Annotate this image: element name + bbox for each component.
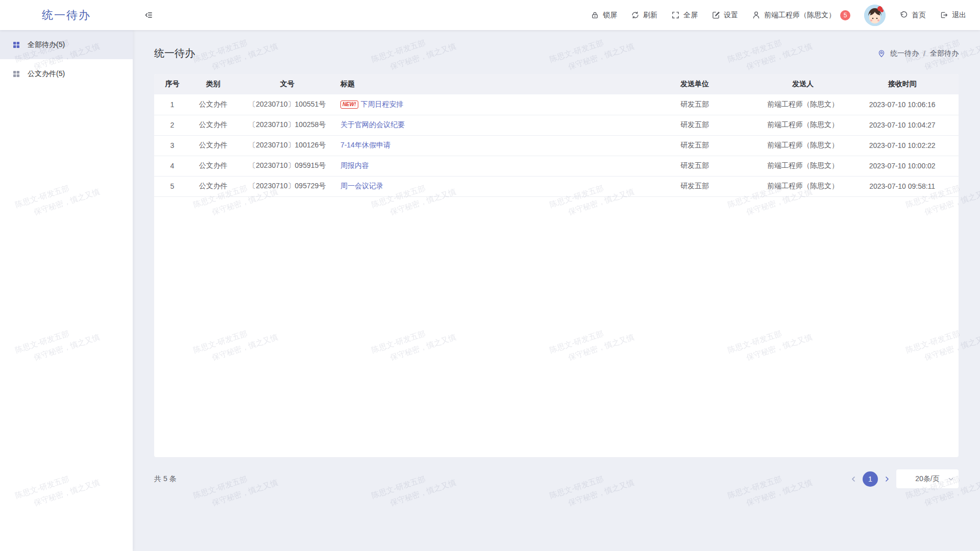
column-header-title: 标题 xyxy=(338,74,630,94)
breadcrumb-item[interactable]: 统一待办 xyxy=(890,49,919,58)
cell-unit: 研发五部 xyxy=(629,135,760,156)
cell-time: 2023-07-10 10:02:22 xyxy=(846,135,959,156)
table-row: 2 公文办件 〔20230710〕100258号 关于官网的会议纪要 研发五部 … xyxy=(154,115,959,135)
sidebar-item-all-todo[interactable]: 全部待办(5) xyxy=(0,30,133,59)
refresh-button[interactable]: 刷新 xyxy=(631,11,657,20)
breadcrumb-item[interactable]: 全部待办 xyxy=(930,49,959,58)
column-header-category: 类别 xyxy=(190,74,236,94)
table-row: 1 公文办件 〔20230710〕100551号 NEW!下周日程安排 研发五部… xyxy=(154,94,959,115)
page-size-select[interactable]: 20条/页 xyxy=(896,469,959,488)
page-size-value: 20条/页 xyxy=(915,474,939,484)
table-row: 3 公文办件 〔20230710〕100126号 7-14年休假申请 研发五部 … xyxy=(154,135,959,156)
breadcrumb: 统一待办 / 全部待办 xyxy=(877,49,959,58)
logout-button[interactable]: 退出 xyxy=(940,11,966,20)
grid-icon xyxy=(12,70,20,78)
total-count-label: 共 5 条 xyxy=(154,474,177,484)
cell-unit: 研发五部 xyxy=(629,94,760,115)
column-header-doc-no: 文号 xyxy=(236,74,338,94)
cell-category: 公文办件 xyxy=(190,94,236,115)
chevron-down-icon xyxy=(948,476,954,482)
lock-icon xyxy=(591,11,599,19)
cell-no: 3 xyxy=(154,135,190,156)
fullscreen-button[interactable]: 全屏 xyxy=(671,11,698,20)
todo-table: 序号 类别 文号 标题 发送单位 发送人 接收时间 1 公文办件 〔202307… xyxy=(154,74,959,197)
cell-title: 7-14年休假申请 xyxy=(338,135,630,156)
todo-title-link[interactable]: 下周日程安排 xyxy=(361,100,404,108)
todo-title-link[interactable]: 关于官网的会议纪要 xyxy=(340,120,405,129)
page-number-button[interactable]: 1 xyxy=(863,471,878,487)
column-header-unit: 发送单位 xyxy=(629,74,760,94)
pagination: 共 5 条 1 20条/页 xyxy=(154,469,959,488)
user-name: 前端工程师（陈思文） xyxy=(764,11,836,20)
main-content: 统一待办 统一待办 / 全部待办 xyxy=(133,30,980,551)
cell-sender: 前端工程师（陈思文） xyxy=(760,176,846,196)
cell-sender: 前端工程师（陈思文） xyxy=(760,115,846,135)
header-actions: 锁屏 刷新 全屏 xyxy=(591,5,980,26)
cell-title: 周报内容 xyxy=(338,156,630,176)
lock-screen-button[interactable]: 锁屏 xyxy=(591,11,617,20)
settings-button[interactable]: 设置 xyxy=(712,11,738,20)
user-menu[interactable]: 前端工程师（陈思文） 5 xyxy=(752,10,850,20)
cell-doc-no: 〔20230710〕100258号 xyxy=(236,115,338,135)
sidebar-fold-icon[interactable] xyxy=(144,11,153,19)
app-header: 统一待办 锁屏 刷新 xyxy=(0,0,980,30)
cell-time: 2023-07-10 09:58:11 xyxy=(846,176,959,196)
cell-no: 5 xyxy=(154,176,190,196)
user-icon xyxy=(752,11,761,19)
settings-icon xyxy=(712,11,720,19)
column-header-time: 接收时间 xyxy=(846,74,959,94)
cell-doc-no: 〔20230710〕100126号 xyxy=(236,135,338,156)
cell-time: 2023-07-10 10:04:27 xyxy=(846,115,959,135)
sidebar-item-official-docs[interactable]: 公文办件(5) xyxy=(0,59,133,88)
cell-title: NEW!下周日程安排 xyxy=(338,94,630,115)
cell-doc-no: 〔20230710〕095915号 xyxy=(236,156,338,176)
home-button[interactable]: 首页 xyxy=(899,11,926,20)
logout-icon xyxy=(940,11,948,19)
cell-category: 公文办件 xyxy=(190,176,236,196)
cell-title: 关于官网的会议纪要 xyxy=(338,115,630,135)
sidebar-item-label: 公文办件(5) xyxy=(28,69,65,79)
sidebar: 全部待办(5) 公文办件(5) xyxy=(0,30,133,551)
column-header-no: 序号 xyxy=(154,74,190,94)
cell-no: 2 xyxy=(154,115,190,135)
cell-unit: 研发五部 xyxy=(629,115,760,135)
cell-category: 公文办件 xyxy=(190,115,236,135)
next-page-button[interactable] xyxy=(884,476,890,482)
sidebar-item-label: 全部待办(5) xyxy=(28,40,65,49)
todo-count-badge: 5 xyxy=(840,10,850,20)
cell-doc-no: 〔20230710〕095729号 xyxy=(236,176,338,196)
user-avatar[interactable] xyxy=(864,5,886,26)
breadcrumb-separator: / xyxy=(923,49,925,58)
cell-sender: 前端工程师（陈思文） xyxy=(760,156,846,176)
table-row: 4 公文办件 〔20230710〕095915号 周报内容 研发五部 前端工程师… xyxy=(154,156,959,176)
refresh-icon xyxy=(631,11,640,19)
table-header-row: 序号 类别 文号 标题 发送单位 发送人 接收时间 xyxy=(154,74,959,94)
layout: 全部待办(5) 公文办件(5) 统一待办 统 xyxy=(0,30,980,551)
fullscreen-icon xyxy=(671,11,680,19)
cell-no: 4 xyxy=(154,156,190,176)
grid-icon xyxy=(12,41,20,49)
cell-sender: 前端工程师（陈思文） xyxy=(760,94,846,115)
cell-unit: 研发五部 xyxy=(629,156,760,176)
location-pin-icon xyxy=(877,49,886,58)
cell-time: 2023-07-10 10:06:16 xyxy=(846,94,959,115)
cell-time: 2023-07-10 10:00:02 xyxy=(846,156,959,176)
cell-sender: 前端工程师（陈思文） xyxy=(760,135,846,156)
cell-unit: 研发五部 xyxy=(629,176,760,196)
todo-title-link[interactable]: 7-14年休假申请 xyxy=(340,141,390,149)
todo-title-link[interactable]: 周一会议记录 xyxy=(340,182,383,190)
cell-category: 公文办件 xyxy=(190,156,236,176)
new-badge: NEW! xyxy=(340,101,358,109)
cell-doc-no: 〔20230710〕100551号 xyxy=(236,94,338,115)
todo-card: 序号 类别 文号 标题 发送单位 发送人 接收时间 1 公文办件 〔202307… xyxy=(154,74,959,457)
app-logo: 统一待办 xyxy=(0,8,133,23)
prev-page-button[interactable] xyxy=(850,476,856,482)
todo-title-link[interactable]: 周报内容 xyxy=(340,161,369,169)
todo-table-body: 1 公文办件 〔20230710〕100551号 NEW!下周日程安排 研发五部… xyxy=(154,94,959,196)
cell-category: 公文办件 xyxy=(190,135,236,156)
column-header-sender: 发送人 xyxy=(760,74,846,94)
table-row: 5 公文办件 〔20230710〕095729号 周一会议记录 研发五部 前端工… xyxy=(154,176,959,196)
cell-no: 1 xyxy=(154,94,190,115)
back-home-icon xyxy=(899,11,908,19)
cell-title: 周一会议记录 xyxy=(338,176,630,196)
